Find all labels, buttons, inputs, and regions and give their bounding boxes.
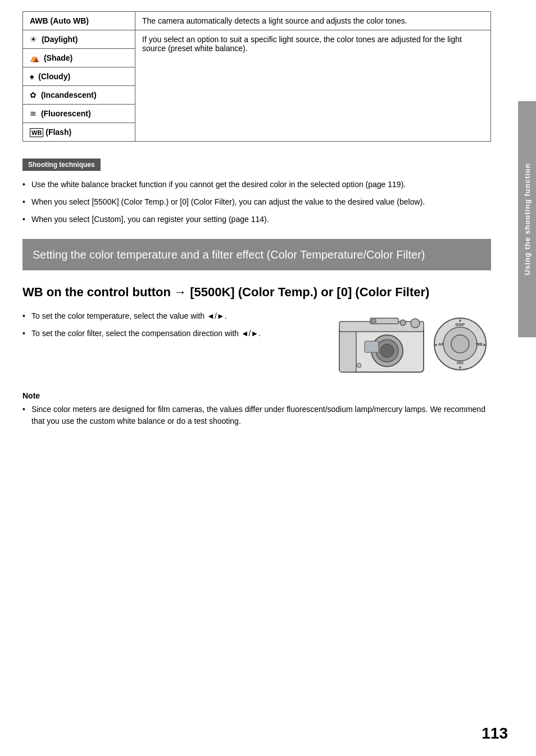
sidebar: Using the shooting function [518, 101, 536, 337]
table-cell-left: WB (Flash) [23, 123, 135, 142]
svg-point-9 [357, 363, 361, 368]
list-item: When you select [Custom], you can regist… [22, 214, 491, 225]
svg-point-7 [411, 319, 420, 328]
note-list: Since color meters are designed for film… [22, 404, 491, 427]
shooting-techniques-badge: Shooting techniques [22, 159, 101, 171]
list-item: Use the white balance bracket function i… [22, 179, 491, 191]
svg-rect-1 [339, 327, 356, 372]
svg-text:▼: ▼ [458, 365, 462, 370]
table-cell-left: ✿ (Incandescent) [23, 86, 135, 105]
table-cell-left: ☀ (Daylight) [23, 30, 135, 49]
svg-point-8 [400, 320, 406, 325]
table-cell-left: ⛺ (Shade) [23, 49, 135, 67]
svg-text:ISO: ISO [457, 361, 464, 365]
wb-table: AWB (Auto WB) The camera automatically d… [22, 11, 491, 142]
table-cell-left: ≋ (Fluorescent) [23, 105, 135, 123]
page-number: 113 [482, 725, 508, 743]
list-item: To set the color filter, select the comp… [22, 328, 322, 339]
svg-point-14 [451, 335, 469, 353]
svg-point-6 [380, 344, 394, 357]
note-heading: Note [22, 391, 491, 400]
wb-bullets: To set the color temperature, select the… [22, 310, 322, 339]
table-row: AWB (Auto WB) The camera automatically d… [23, 12, 491, 30]
table-cell-left: AWB (Auto WB) [23, 12, 135, 30]
list-item: To set the color temperature, select the… [22, 310, 322, 322]
camera-illustration [337, 316, 426, 378]
note-section: Note Since color meters are designed for… [22, 391, 491, 427]
svg-text:▲: ▲ [458, 318, 462, 323]
list-item: When you select [5500K] (Color Temp.) or… [22, 196, 491, 208]
control-wheel-illustration: DISP AF WB ISO ▲ ▼ ◄ ► [432, 316, 488, 372]
svg-rect-11 [365, 341, 379, 352]
grey-section-header: Setting the color temperature and a filt… [22, 239, 491, 270]
svg-text:►: ► [483, 342, 487, 347]
wb-image-area: DISP AF WB ISO ▲ ▼ ◄ ► [334, 310, 491, 378]
table-row: ☀ (Daylight) If you select an option to … [23, 30, 491, 49]
wb-text-area: To set the color temperature, select the… [22, 310, 322, 378]
svg-text:WB: WB [476, 342, 483, 346]
table-cell-right: The camera automatically detects a light… [135, 12, 491, 30]
wb-content-area: To set the color temperature, select the… [22, 310, 491, 378]
table-cell-right: If you select an option to suit a specif… [135, 30, 491, 142]
shooting-techniques-list: Use the white balance bracket function i… [22, 179, 491, 225]
svg-text:◄: ◄ [433, 342, 438, 347]
list-item: Since color meters are designed for film… [22, 404, 491, 427]
svg-text:AF: AF [438, 342, 444, 346]
svg-rect-10 [371, 319, 376, 323]
table-cell-left: ♠ (Cloudy) [23, 67, 135, 86]
svg-text:DISP: DISP [456, 323, 465, 327]
wb-heading: WB on the control button → [5500K] (Colo… [22, 284, 491, 301]
sidebar-text: Using the shooting function [523, 163, 532, 275]
